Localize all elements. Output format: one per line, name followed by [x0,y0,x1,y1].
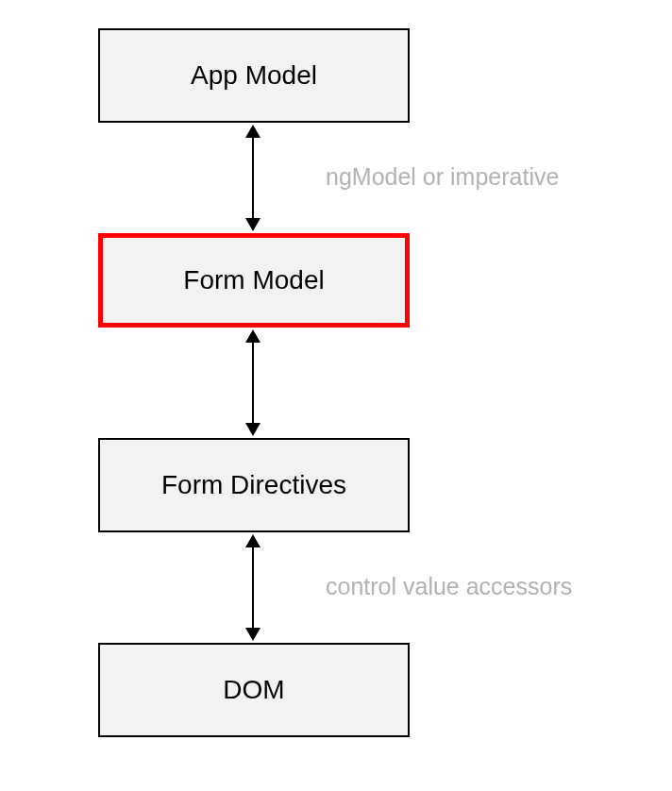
diagram-container: App Model ngModel or imperative Form Mod… [0,0,672,791]
node-app-model: App Model [98,28,410,123]
arrow-down-icon [245,423,260,436]
node-label: Form Model [183,265,324,295]
edge-arrow-2 [251,329,255,436]
edge-arrow-1 [251,125,255,231]
arrow-line [252,546,254,630]
node-dom: DOM [98,643,410,737]
edge-label-1: ngModel or imperative [326,163,559,191]
edge-arrow-3 [251,534,255,641]
arrow-down-icon [245,628,260,641]
node-label: App Model [191,60,317,91]
node-label: Form Directives [161,470,346,500]
arrow-down-icon [245,218,260,231]
arrow-line [252,341,254,425]
node-form-model: Form Model [98,233,410,328]
edge-label-2: control value accessors [326,573,572,600]
node-form-directives: Form Directives [98,438,410,532]
node-label: DOM [223,675,284,705]
arrow-line [252,136,254,220]
